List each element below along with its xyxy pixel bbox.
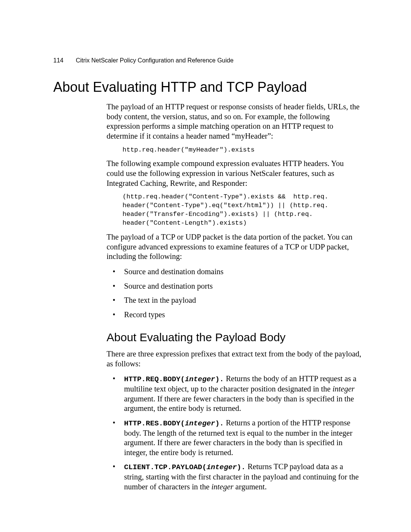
page-root: 114 Citrix NetScaler Policy Configuratio… <box>0 0 411 525</box>
list-item: CLIENT.TCP.PAYLOAD(integer). Returns TCP… <box>117 462 362 492</box>
code-sample-2: (http.req.header("Content-Type").exists … <box>123 193 362 228</box>
code-prefix: CLIENT.TCP.PAYLOAD(integer). <box>124 463 245 471</box>
paragraph-2: The following example compound expressio… <box>107 159 362 188</box>
list-item: Source and destination ports <box>117 281 362 291</box>
section-subtitle: About Evaluating the Payload Body <box>107 330 362 345</box>
running-header: 114 Citrix NetScaler Policy Configuratio… <box>53 57 362 64</box>
intro-paragraph: The payload of an HTTP request or respon… <box>107 102 362 141</box>
feature-list: Source and destination domains Source an… <box>107 267 362 320</box>
paragraph-3: The payload of a TCP or UDP packet is th… <box>107 232 362 262</box>
code-prefix: HTTP.REQ.BODY(integer). <box>124 375 224 383</box>
list-item: HTTP.REQ.BODY(integer). Returns the body… <box>117 374 362 414</box>
list-item: Record types <box>117 310 362 320</box>
page-number: 114 <box>53 57 64 64</box>
code-prefix: HTTP.RES.BODY(integer). <box>124 419 224 428</box>
subsection-intro: There are three expression prefixes that… <box>107 349 362 369</box>
list-item: HTTP.RES.BODY(integer). Returns a portio… <box>117 418 362 458</box>
list-item: Source and destination domains <box>117 267 362 277</box>
body-content: The payload of an HTTP request or respon… <box>107 102 362 492</box>
list-item: The text in the payload <box>117 296 362 305</box>
definition-list: HTTP.REQ.BODY(integer). Returns the body… <box>107 374 362 492</box>
code-sample-1: http.req.header("myHeader").exists <box>123 146 362 155</box>
page-title: About Evaluating HTTP and TCP Payload <box>53 79 362 95</box>
guide-title: Citrix NetScaler Policy Configuration an… <box>76 57 233 64</box>
